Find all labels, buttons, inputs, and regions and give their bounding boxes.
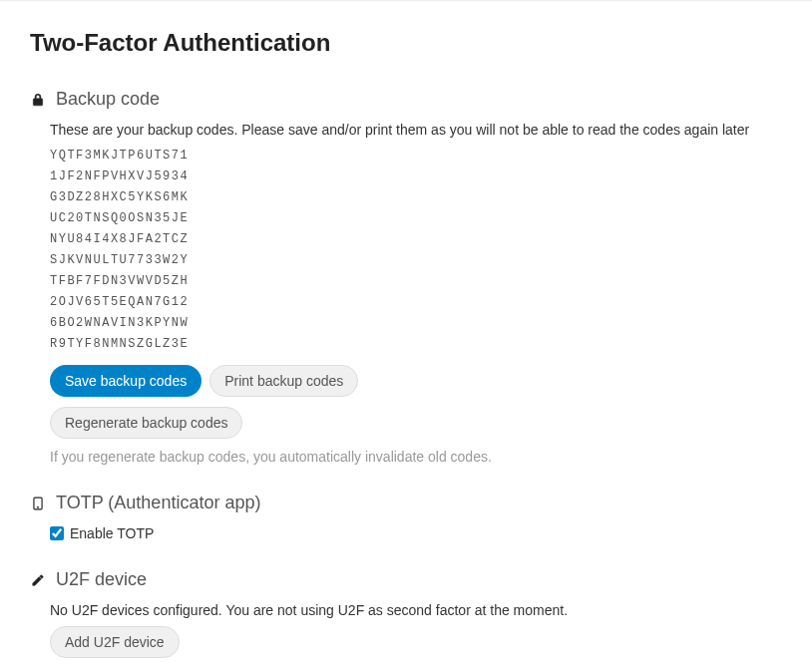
svg-point-0 xyxy=(37,506,38,507)
backup-code-item: 6BO2WNAVIN3KPYNW xyxy=(50,313,782,334)
page-title: Two-Factor Authentication xyxy=(30,29,782,57)
pencil-icon xyxy=(30,573,46,587)
backup-code-item: 1JF2NFPVHXVJ5934 xyxy=(50,166,782,187)
u2f-heading: U2F device xyxy=(56,569,147,590)
u2f-section: U2F device No U2F devices configured. Yo… xyxy=(30,569,782,658)
backup-code-section: Backup code These are your backup codes.… xyxy=(30,89,782,465)
phone-icon xyxy=(30,497,46,510)
backup-buttons-row-2: Regenerate backup codes xyxy=(50,407,782,439)
regenerate-note: If you regenerate backup codes, you auto… xyxy=(50,449,782,465)
backup-code-heading: Backup code xyxy=(56,89,160,110)
backup-code-item: R9TYF8NMNSZGLZ3E xyxy=(50,334,782,355)
backup-code-item: G3DZ28HXC5YKS6MK xyxy=(50,187,782,208)
backup-code-item: SJKVNULTU7733W2Y xyxy=(50,250,782,271)
totp-body: Enable TOTP xyxy=(30,525,782,541)
backup-code-item: NYU84I4X8JFA2TCZ xyxy=(50,229,782,250)
u2f-body: No U2F devices configured. You are not u… xyxy=(30,602,782,658)
backup-code-header: Backup code xyxy=(30,89,782,110)
backup-buttons-row-1: Save backup codes Print backup codes xyxy=(50,365,782,397)
backup-code-item: 2OJV65T5EQAN7G12 xyxy=(50,292,782,313)
backup-codes-list: YQTF3MKJTP6UTS71 1JF2NFPVHXVJ5934 G3DZ28… xyxy=(50,146,782,355)
backup-code-item: TFBF7FDN3VWVD5ZH xyxy=(50,271,782,292)
totp-heading: TOTP (Authenticator app) xyxy=(56,493,260,513)
totp-section: TOTP (Authenticator app) Enable TOTP xyxy=(30,493,782,541)
print-backup-codes-button[interactable]: Print backup codes xyxy=(209,365,358,397)
save-backup-codes-button[interactable]: Save backup codes xyxy=(50,365,202,397)
u2f-description: No U2F devices configured. You are not u… xyxy=(50,602,782,618)
enable-totp-label: Enable TOTP xyxy=(70,525,154,541)
backup-code-body: These are your backup codes. Please save… xyxy=(30,122,782,465)
regenerate-backup-codes-button[interactable]: Regenerate backup codes xyxy=(50,407,242,439)
add-u2f-device-button[interactable]: Add U2F device xyxy=(50,626,180,658)
backup-code-item: UC20TNSQ0OSN35JE xyxy=(50,208,782,229)
u2f-header: U2F device xyxy=(30,569,782,590)
totp-header: TOTP (Authenticator app) xyxy=(30,493,782,513)
backup-code-item: YQTF3MKJTP6UTS71 xyxy=(50,146,782,166)
enable-totp-row[interactable]: Enable TOTP xyxy=(50,525,782,541)
settings-panel: Two-Factor Authentication Backup code Th… xyxy=(0,1,812,665)
u2f-buttons: Add U2F device xyxy=(50,626,782,658)
backup-code-description: These are your backup codes. Please save… xyxy=(50,122,782,138)
enable-totp-checkbox[interactable] xyxy=(50,526,64,540)
lock-icon xyxy=(30,93,46,107)
